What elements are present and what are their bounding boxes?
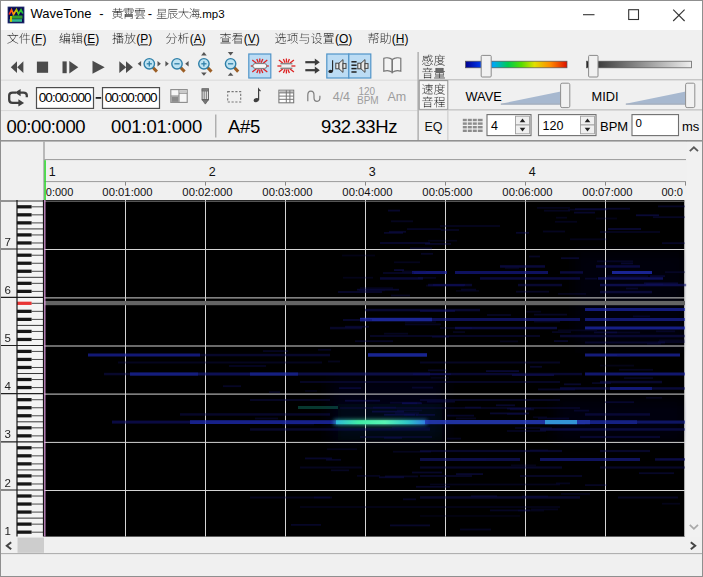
svg-text:(V): (V) <box>244 32 260 46</box>
svg-text:(H): (H) <box>392 32 409 46</box>
svg-text:.mp3: .mp3 <box>199 8 225 20</box>
svg-text:0: 0 <box>636 117 642 129</box>
svg-text:MIDI: MIDI <box>592 89 619 104</box>
svg-text:00:05:000: 00:05:000 <box>422 186 472 198</box>
svg-text:00:0: 00:0 <box>662 186 683 198</box>
svg-text:-: - <box>148 6 152 21</box>
svg-text:2: 2 <box>5 477 11 489</box>
svg-text:00:07:000: 00:07:000 <box>582 186 632 198</box>
svg-text:A#5: A#5 <box>228 116 260 137</box>
svg-text:EQ: EQ <box>425 120 443 134</box>
svg-text:4/4: 4/4 <box>333 90 350 104</box>
svg-text:BPM: BPM <box>600 119 628 134</box>
svg-text:00:03:000: 00:03:000 <box>262 186 312 198</box>
svg-text:4: 4 <box>491 119 498 133</box>
svg-text:(O): (O) <box>335 32 352 46</box>
svg-text:1: 1 <box>5 525 11 537</box>
svg-text:3: 3 <box>369 165 376 179</box>
svg-text:4: 4 <box>5 380 12 392</box>
svg-text:120: 120 <box>543 119 564 133</box>
svg-text:00:01:000: 00:01:000 <box>102 186 152 198</box>
svg-text:5: 5 <box>5 332 11 344</box>
svg-text:00:02:000: 00:02:000 <box>182 186 232 198</box>
svg-text:(P): (P) <box>136 32 152 46</box>
svg-text:2: 2 <box>209 165 216 179</box>
svg-text:BPM: BPM <box>357 95 379 106</box>
svg-text:(A): (A) <box>190 32 206 46</box>
svg-text:00:00:000: 00:00:000 <box>39 90 91 105</box>
svg-text:00:00:000: 00:00:000 <box>105 90 157 105</box>
svg-text:Am: Am <box>388 90 407 104</box>
svg-text:00:04:000: 00:04:000 <box>342 186 392 198</box>
svg-text:00:06:000: 00:06:000 <box>502 186 552 198</box>
svg-text:7: 7 <box>5 236 11 248</box>
svg-text:WAVE: WAVE <box>466 89 502 104</box>
svg-text:00:00:000: 00:00:000 <box>7 116 86 137</box>
svg-text:(E): (E) <box>83 32 99 46</box>
svg-text:WaveTone: WaveTone <box>31 6 92 21</box>
svg-text:6: 6 <box>5 284 11 296</box>
svg-text:001:01:000: 001:01:000 <box>111 116 202 137</box>
svg-text:-: - <box>99 6 103 21</box>
svg-text:(F): (F) <box>31 32 46 46</box>
svg-text:ms: ms <box>682 119 700 134</box>
svg-text:0:000: 0:000 <box>46 186 74 198</box>
svg-text:932.33Hz: 932.33Hz <box>321 116 397 137</box>
svg-text:1: 1 <box>49 165 56 179</box>
svg-text:4: 4 <box>529 165 536 179</box>
svg-text:3: 3 <box>5 428 11 440</box>
